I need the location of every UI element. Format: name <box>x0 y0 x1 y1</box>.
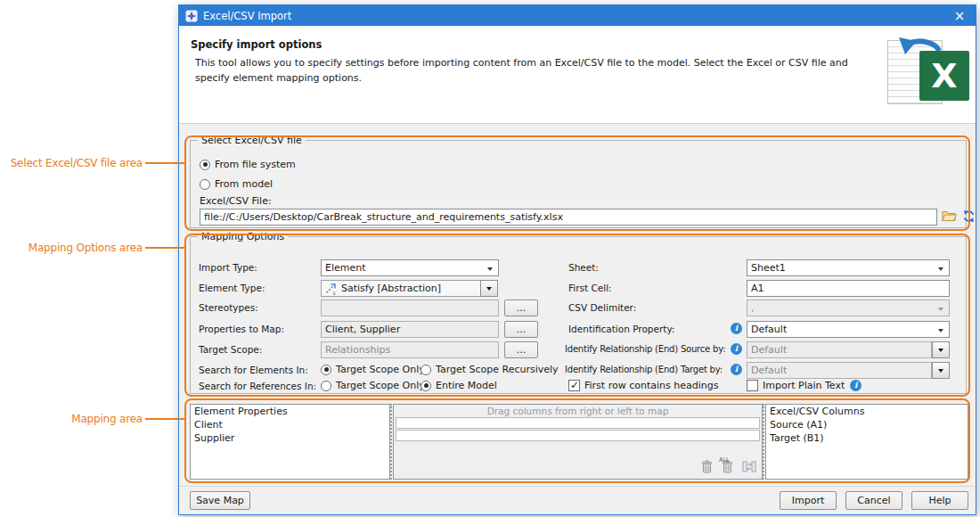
import-type-label: Import Type: <box>199 262 257 273</box>
annotation-line <box>145 247 185 249</box>
radio-label: Target Scope Recursively <box>436 364 559 375</box>
annotation-mapping-area: Mapping area <box>0 413 143 425</box>
info-icon: i <box>731 343 742 355</box>
save-map-button[interactable]: Save Map <box>190 491 250 510</box>
radio-label: Entire Model <box>436 380 497 391</box>
info-icon: i <box>731 323 742 334</box>
radio-selected-icon <box>321 365 331 375</box>
svg-text:s: s <box>333 290 337 296</box>
list-item[interactable]: Source (A1) <box>766 418 968 431</box>
info-icon: i <box>850 380 862 391</box>
sheet-combo[interactable]: Sheet1 <box>747 259 950 276</box>
element-type-field: s Satisfy [Abstraction] <box>321 280 481 297</box>
radio-elements-target-scope-only[interactable]: Target Scope Only <box>321 364 425 375</box>
radio-elements-target-scope-recursively[interactable]: Target Scope Recursively <box>421 364 559 375</box>
file-path-value: file://C:/Users/Desktop/CarBreak_structu… <box>204 211 563 223</box>
radio-references-target-scope-only[interactable]: Target Scope Only <box>321 380 425 391</box>
header-description: This tool allows you to specify settings… <box>195 56 883 86</box>
all-label: ALL <box>719 456 730 464</box>
auto-map-icon[interactable] <box>742 460 756 476</box>
import-button[interactable]: Import <box>780 491 837 510</box>
open-folder-icon[interactable] <box>942 209 957 225</box>
properties-to-map-label: Properties to Map: <box>199 324 284 334</box>
mapping-options-group-title: Mapping Options <box>198 231 288 242</box>
checkbox-import-plain-text[interactable]: Import Plain Text i <box>747 380 862 391</box>
import-type-combo[interactable]: Element <box>321 259 499 276</box>
delete-mapping-icon[interactable] <box>701 460 713 476</box>
chevron-down-icon <box>938 329 943 332</box>
annotation-mapping-options-area: Mapping Options area <box>0 242 143 254</box>
first-cell-value: A1 <box>751 283 764 294</box>
app-icon <box>185 10 198 22</box>
checkbox-checked-icon <box>568 380 580 391</box>
list-item[interactable]: Client <box>191 418 389 431</box>
excel-csv-columns-panel: Excel/CSV Columns Source (A1) Target (B1… <box>765 404 968 480</box>
sheet-label: Sheet: <box>568 262 599 273</box>
radio-unselected-icon <box>421 365 431 375</box>
element-properties-title: Element Properties <box>191 405 389 418</box>
button-bar: Save Map Import Cancel Help <box>179 486 976 514</box>
satisfy-icon: s <box>324 282 338 295</box>
properties-browse-button[interactable]: ... <box>504 321 538 338</box>
checkbox-unchecked-icon <box>747 380 758 391</box>
radio-label: Target Scope Only <box>336 364 425 375</box>
element-properties-panel: Element Properties Client Supplier <box>190 404 390 480</box>
chevron-down-icon <box>486 287 492 291</box>
refresh-icon[interactable] <box>962 209 976 226</box>
splitter-dots[interactable] <box>763 404 764 480</box>
chevron-down-icon <box>938 308 943 311</box>
dialog-header: Specify import options This tool allows … <box>179 26 976 124</box>
checkbox-label: Import Plain Text <box>763 380 845 391</box>
element-type-dropdown-button[interactable] <box>480 280 498 297</box>
search-elements-label: Search for Elements In: <box>199 365 308 375</box>
splitter-dots[interactable] <box>390 404 392 480</box>
identify-rel-source-field: Default <box>747 341 932 358</box>
header-title: Specify import options <box>191 38 322 51</box>
list-item[interactable]: Target (B1) <box>766 431 968 445</box>
radio-from-model-label: From model <box>215 178 273 190</box>
page: Select Excel/CSV file area Mapping Optio… <box>0 0 980 517</box>
column-mapping-panel: Drag columns from right or left to map A… <box>393 404 763 480</box>
titlebar[interactable]: Excel/CSV Import × <box>179 5 976 26</box>
csv-delimiter-value: , <box>751 302 755 314</box>
radio-selected-icon <box>200 160 210 170</box>
annotation-line <box>145 418 185 420</box>
annotation-line <box>145 162 185 164</box>
target-scope-value: Relationships <box>325 344 390 356</box>
mapping-slot[interactable] <box>396 417 760 429</box>
import-type-value: Element <box>325 262 366 274</box>
chevron-down-icon <box>938 267 943 271</box>
properties-to-map-field: Client, Supplier <box>321 321 499 338</box>
first-cell-field[interactable]: A1 <box>747 280 950 297</box>
file-path-field[interactable]: file://C:/Users/Desktop/CarBreak_structu… <box>200 209 937 226</box>
delete-all-mappings-icon[interactable]: ALL <box>722 460 733 476</box>
excel-x-icon: X <box>919 51 969 101</box>
identify-rel-target-value: Default <box>751 365 787 376</box>
identification-property-label: Identification Property: <box>568 324 674 334</box>
element-type-value: Satisfy [Abstraction] <box>341 283 441 294</box>
sheet-value: Sheet1 <box>751 262 786 274</box>
identify-rel-source-label: Identify Relationship (End) Source by: <box>565 344 725 354</box>
list-item[interactable]: Supplier <box>191 431 389 445</box>
radio-from-file-system[interactable]: From file system <box>200 159 296 170</box>
help-button[interactable]: Help <box>911 491 968 510</box>
radio-unselected-icon <box>200 179 210 190</box>
close-icon[interactable]: × <box>943 5 976 26</box>
identification-property-combo[interactable]: Default <box>747 321 950 338</box>
cancel-button[interactable]: Cancel <box>845 491 902 510</box>
csv-delimiter-label: CSV Delimiter: <box>568 302 636 313</box>
stereotypes-label: Stereotypes: <box>199 302 258 313</box>
select-file-group-title: Select Excel/CSV file <box>198 135 306 146</box>
radio-label: Target Scope Only <box>336 380 425 391</box>
stereotypes-browse-button[interactable]: ... <box>504 300 538 316</box>
target-scope-browse-button[interactable]: ... <box>504 341 538 358</box>
checkbox-first-row-headings[interactable]: First row contains headings <box>568 380 718 391</box>
radio-from-model[interactable]: From model <box>200 178 273 190</box>
csv-delimiter-combo: , <box>747 300 950 316</box>
chevron-down-icon <box>938 369 943 373</box>
identify-rel-source-dropdown-button[interactable] <box>932 341 950 358</box>
mapping-slot[interactable] <box>396 430 760 441</box>
identify-rel-target-dropdown-button[interactable] <box>932 362 950 379</box>
radio-references-entire-model[interactable]: Entire Model <box>421 380 497 391</box>
first-cell-label: First Cell: <box>568 283 612 293</box>
